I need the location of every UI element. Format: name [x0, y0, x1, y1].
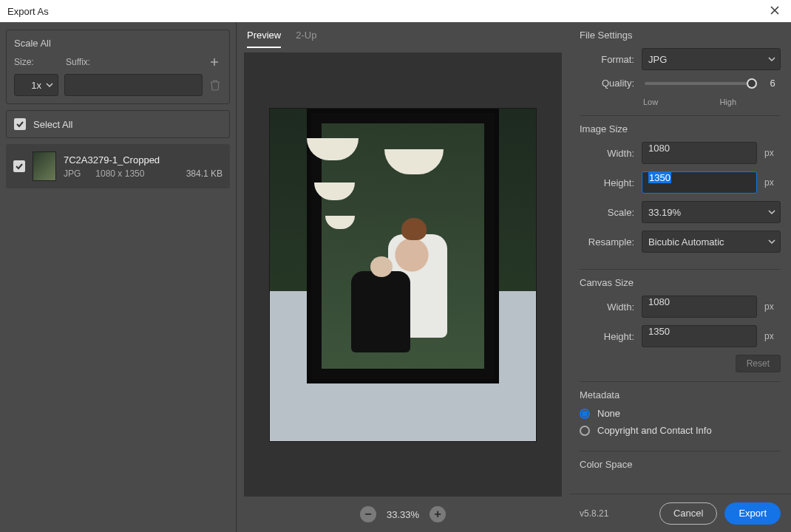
window-title: Export As [7, 6, 49, 17]
canvas-width-label: Width: [580, 301, 634, 313]
left-panel: Scale All Size: Suffix: 1x [0, 22, 237, 532]
preview-tabs: Preview 2-Up [237, 22, 569, 48]
color-space-section: Color Space [580, 459, 781, 486]
format-select[interactable]: JPG [642, 48, 781, 70]
zoom-bar: − 33.33% + [237, 497, 569, 532]
chevron-down-icon [46, 80, 53, 91]
file-settings-section: File Settings Format: JPG Quality: 6 [580, 30, 781, 116]
quality-value: 6 [764, 78, 781, 89]
preview-image [270, 109, 536, 441]
format-value: JPG [648, 54, 667, 65]
unit-px: px [764, 177, 781, 188]
metadata-none-label: None [597, 408, 620, 419]
canvas-height-input[interactable]: 1350 [642, 325, 757, 347]
quality-high-label: High [719, 98, 736, 106]
quality-slider[interactable] [645, 82, 754, 85]
unit-px: px [764, 301, 781, 312]
img-width-label: Width: [580, 148, 634, 159]
canvas-size-section: Canvas Size Width: 1080 px Height: 1350 … [580, 277, 781, 382]
resample-select[interactable]: Bicubic Automatic [642, 231, 781, 253]
slider-knob[interactable] [747, 78, 757, 89]
scale-all-panel: Scale All Size: Suffix: 1x [6, 30, 230, 104]
chevron-down-icon [768, 54, 775, 65]
zoom-out-button[interactable]: − [360, 506, 376, 522]
canvas-size-title: Canvas Size [580, 277, 781, 288]
radio-icon [580, 426, 590, 436]
unit-px: px [764, 148, 781, 158]
metadata-copyright-radio[interactable]: Copyright and Contact Info [580, 425, 781, 436]
chevron-down-icon [768, 207, 775, 218]
asset-name: 7C2A3279-1_Cropped [64, 154, 223, 166]
export-as-dialog: Export As Scale All Size: Suffix: 1x [0, 0, 791, 532]
zoom-in-button[interactable]: + [430, 506, 446, 522]
suffix-input[interactable] [64, 74, 203, 96]
center-panel: Preview 2-Up − 33.33% + [237, 22, 569, 532]
size-value: 1x [31, 80, 41, 91]
resample-value: Bicubic Automatic [648, 236, 724, 248]
preview-canvas[interactable] [244, 52, 562, 497]
radio-icon [580, 409, 590, 419]
tab-preview[interactable]: Preview [247, 30, 281, 48]
scale-all-title: Scale All [14, 38, 222, 49]
metadata-section: Metadata None Copyright and Contact Info [580, 389, 781, 451]
unit-px: px [764, 331, 781, 341]
select-all-label: Select All [33, 119, 72, 130]
export-button[interactable]: Export [724, 502, 781, 525]
quality-low-label: Low [643, 98, 658, 106]
scale-label: Scale: [580, 207, 634, 218]
resample-label: Resample: [580, 236, 634, 248]
asset-thumbnail [33, 151, 56, 181]
select-all-row[interactable]: Select All [6, 110, 230, 138]
titlebar: Export As [0, 0, 791, 22]
select-all-checkbox[interactable] [14, 118, 26, 130]
metadata-none-radio[interactable]: None [580, 408, 781, 419]
file-settings-title: File Settings [580, 30, 781, 41]
zoom-value: 33.33% [387, 509, 419, 520]
trash-icon[interactable] [208, 79, 222, 91]
asset-checkbox[interactable] [13, 160, 25, 172]
asset-format: JPG [64, 168, 81, 179]
quality-label: Quality: [580, 78, 634, 89]
add-size-button[interactable] [207, 55, 222, 69]
version-label: v5.8.21 [580, 508, 652, 519]
chevron-down-icon [768, 236, 775, 248]
metadata-copyright-label: Copyright and Contact Info [597, 425, 712, 436]
reset-button[interactable]: Reset [736, 355, 781, 372]
asset-item[interactable]: 7C2A3279-1_Cropped JPG 1080 x 1350 384.1… [6, 144, 230, 188]
close-icon[interactable] [766, 4, 784, 18]
img-width-input[interactable]: 1080 [642, 142, 757, 164]
canvas-height-label: Height: [580, 331, 634, 342]
asset-list: 7C2A3279-1_Cropped JPG 1080 x 1350 384.1… [6, 144, 230, 188]
format-label: Format: [580, 54, 634, 65]
dialog-footer: v5.8.21 Cancel Export [569, 494, 791, 532]
right-panel: File Settings Format: JPG Quality: 6 [569, 22, 791, 532]
asset-dimensions: 1080 x 1350 [95, 168, 144, 179]
size-select[interactable]: 1x [14, 74, 58, 96]
image-size-section: Image Size Width: 1080 px Height: 1350 p… [580, 123, 781, 270]
metadata-title: Metadata [580, 389, 781, 400]
scale-value: 33.19% [648, 207, 681, 218]
image-size-title: Image Size [580, 123, 781, 134]
canvas-width-input[interactable]: 1080 [642, 296, 757, 318]
suffix-label: Suffix: [66, 57, 207, 67]
size-label: Size: [14, 57, 66, 67]
cancel-button[interactable]: Cancel [659, 502, 717, 525]
scale-select[interactable]: 33.19% [642, 201, 781, 223]
img-height-label: Height: [580, 177, 634, 188]
asset-filesize: 384.1 KB [159, 168, 223, 179]
img-height-input[interactable]: 1350 [642, 171, 757, 194]
tab-2up[interactable]: 2-Up [296, 30, 316, 48]
color-space-title: Color Space [580, 459, 781, 470]
settings-scroll[interactable]: File Settings Format: JPG Quality: 6 [569, 22, 791, 494]
